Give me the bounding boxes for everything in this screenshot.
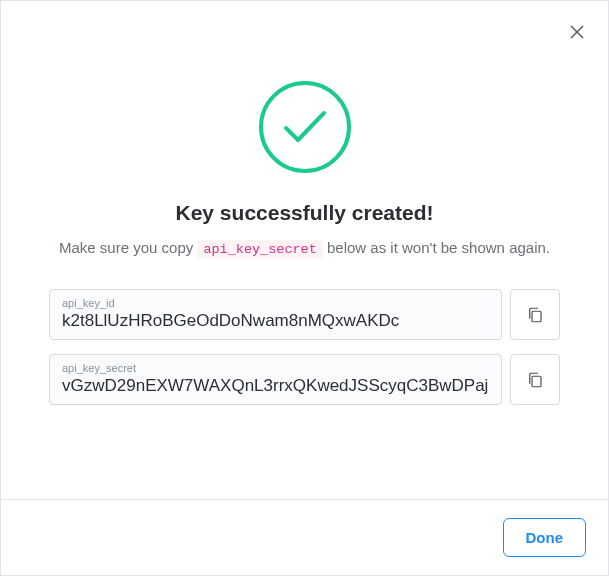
copy-icon <box>526 305 544 325</box>
api-key-secret-field[interactable]: api_key_secret vGzwD29nEXW7WAXQnL3rrxQKw… <box>49 354 502 405</box>
api-key-secret-label: api_key_secret <box>62 362 489 375</box>
close-icon <box>568 23 586 41</box>
svg-rect-2 <box>532 311 541 322</box>
subtext-before: Make sure you copy <box>59 239 197 256</box>
api-key-id-row: api_key_id k2t8LlUzHRoBGeOdDoNwam8nMQxwA… <box>49 289 560 340</box>
copy-id-button[interactable] <box>510 289 560 340</box>
success-icon <box>259 81 351 173</box>
subtext-after: below as it won't be shown again. <box>323 239 550 256</box>
api-key-id-label: api_key_id <box>62 297 489 310</box>
key-created-modal: Key successfully created! Make sure you … <box>0 0 609 576</box>
api-key-id-value: k2t8LlUzHRoBGeOdDoNwam8nMQxwAKDc <box>62 311 489 331</box>
modal-subtext: Make sure you copy api_key_secret below … <box>59 239 550 257</box>
svg-rect-3 <box>532 376 541 387</box>
modal-content: Key successfully created! Make sure you … <box>1 1 608 499</box>
checkmark-icon <box>281 107 329 147</box>
copy-icon <box>526 370 544 390</box>
api-key-secret-value: vGzwD29nEXW7WAXQnL3rrxQKwedJSScyqC3BwDPa… <box>62 376 489 396</box>
modal-footer: Done <box>1 499 608 575</box>
api-key-secret-row: api_key_secret vGzwD29nEXW7WAXQnL3rrxQKw… <box>49 354 560 405</box>
copy-secret-button[interactable] <box>510 354 560 405</box>
api-key-id-field[interactable]: api_key_id k2t8LlUzHRoBGeOdDoNwam8nMQxwA… <box>49 289 502 340</box>
done-button[interactable]: Done <box>503 518 587 557</box>
subtext-code: api_key_secret <box>197 240 322 259</box>
close-button[interactable] <box>563 18 591 46</box>
modal-heading: Key successfully created! <box>176 201 434 225</box>
